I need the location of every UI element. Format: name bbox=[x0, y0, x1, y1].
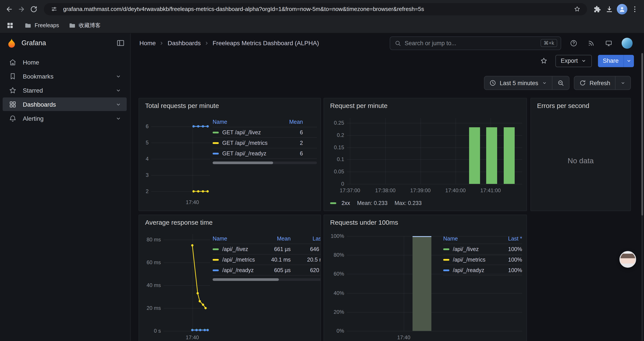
bookmark-folder-blogs[interactable]: 收藏博客 bbox=[66, 21, 103, 31]
x-axis-tick: 17:40:00 bbox=[438, 187, 473, 194]
grafana-sidebar: Grafana HomeBookmarksStarredDashboardsAl… bbox=[0, 33, 131, 341]
screen: grafana.mathmast.com/d/deytv4rwavabkb/fr… bbox=[0, 0, 644, 341]
chevron-down-icon[interactable] bbox=[115, 87, 122, 93]
url-text[interactable]: grafana.mathmast.com/d/deytv4rwavabkb/fr… bbox=[63, 6, 568, 12]
dashboard-actions-row: Export Share bbox=[131, 53, 644, 69]
bookmark-star-icon[interactable] bbox=[572, 4, 582, 14]
chart-bar bbox=[412, 236, 432, 331]
chart-plot-area[interactable] bbox=[151, 122, 210, 196]
apps-icon bbox=[9, 100, 18, 108]
legend-stat: Mean: 0.233 bbox=[357, 200, 388, 206]
legend-column-header[interactable]: Name bbox=[443, 235, 492, 242]
sidebar-item-alerting[interactable]: Alerting bbox=[3, 112, 127, 125]
y-axis-tick: 4 bbox=[138, 156, 148, 162]
floating-profile-avatar[interactable] bbox=[620, 251, 636, 268]
legend-scrollbar-thumb[interactable] bbox=[212, 278, 279, 281]
apps-grid-icon[interactable] bbox=[6, 22, 14, 30]
x-axis-tick: 17:40 bbox=[175, 199, 210, 205]
x-axis-tick: 17:38:00 bbox=[368, 187, 403, 194]
x-axis-tick: 17:40 bbox=[386, 334, 421, 340]
downloads-icon[interactable] bbox=[604, 4, 614, 14]
legend-column-header[interactable]: Name bbox=[212, 119, 274, 125]
panel-title[interactable]: Requests under 100ms bbox=[330, 219, 398, 226]
sidebar-item-home[interactable]: Home bbox=[3, 55, 127, 69]
share-menu-caret[interactable] bbox=[624, 55, 634, 67]
chevron-down-icon bbox=[542, 80, 547, 86]
panel-title[interactable]: Total requests per minute bbox=[145, 102, 219, 109]
browser-profile-avatar[interactable] bbox=[617, 4, 627, 14]
export-button[interactable]: Export bbox=[556, 55, 592, 67]
url-bar[interactable]: grafana.mathmast.com/d/deytv4rwavabkb/fr… bbox=[44, 3, 587, 15]
legend-row[interactable]: /api/_/metrics100% bbox=[443, 254, 522, 265]
sidebar-collapse-icon[interactable] bbox=[116, 39, 125, 47]
legend-scrollbar[interactable] bbox=[212, 162, 317, 164]
refresh-button[interactable]: Refresh bbox=[574, 76, 615, 90]
x-axis-tick: 17:37:00 bbox=[332, 187, 367, 194]
bookmarks-bar: Freeleaps 收藏博客 bbox=[0, 18, 644, 33]
chart-series bbox=[151, 122, 210, 196]
legend-column-header[interactable]: Mean bbox=[264, 235, 291, 242]
legend-row[interactable]: GET /api/_/metrics2 bbox=[212, 138, 317, 148]
legend-row[interactable]: GET /api/_/readyz6 bbox=[212, 148, 317, 159]
chart-plot-area[interactable] bbox=[164, 234, 210, 331]
breadcrumb-item[interactable]: Home bbox=[140, 40, 156, 47]
bookmark-folder-freeleaps[interactable]: Freeleaps bbox=[22, 21, 62, 30]
sidebar-item-dashboards[interactable]: Dashboards bbox=[3, 97, 127, 111]
extensions-icon[interactable] bbox=[592, 4, 602, 14]
chevron-down-icon[interactable] bbox=[115, 73, 122, 79]
grafana-logo[interactable] bbox=[6, 38, 17, 49]
back-icon[interactable] bbox=[4, 4, 14, 14]
chart-series bbox=[164, 234, 210, 331]
panel-title[interactable]: Average response time bbox=[145, 219, 212, 226]
y-axis-tick: 20% bbox=[324, 309, 344, 315]
chevron-down-icon[interactable] bbox=[115, 101, 122, 107]
forward-icon[interactable] bbox=[17, 4, 26, 14]
series-color-dash bbox=[443, 269, 449, 271]
legend-row[interactable]: GET /api/_/livez6 bbox=[212, 127, 317, 138]
favorite-star-icon[interactable] bbox=[539, 56, 549, 66]
time-range-picker[interactable]: Last 5 minutes bbox=[484, 76, 552, 90]
panel-title[interactable]: Request per minute bbox=[330, 102, 388, 109]
series-color-dash bbox=[330, 202, 336, 204]
page-scrollbar-thumb[interactable] bbox=[641, 53, 643, 215]
chart-plot-area[interactable] bbox=[347, 118, 522, 184]
breadcrumb-item[interactable]: Dashboards bbox=[168, 40, 201, 47]
brand-title: Grafana bbox=[22, 39, 112, 47]
legend-scrollbar[interactable] bbox=[212, 278, 321, 281]
folder-icon bbox=[68, 22, 76, 29]
news-rss-icon[interactable] bbox=[586, 39, 595, 47]
legend-column-header[interactable]: Mean bbox=[274, 119, 303, 125]
legend-column-header[interactable]: Last * bbox=[291, 235, 321, 242]
legend-series-name[interactable]: 2xx bbox=[342, 200, 350, 206]
legend-column-header[interactable]: Name bbox=[212, 235, 264, 242]
series-color-dash bbox=[212, 153, 219, 154]
breadcrumb-item: Freeleaps Metrics Dashboard (ALPHA) bbox=[212, 40, 319, 47]
legend-row[interactable]: /api/_/livez100% bbox=[443, 244, 522, 254]
legend-scrollbar-thumb[interactable] bbox=[212, 162, 273, 164]
reload-icon[interactable] bbox=[29, 4, 38, 14]
sidebar-item-starred[interactable]: Starred bbox=[3, 83, 127, 97]
legend-row[interactable]: /api/_/livez661 µs646 µs bbox=[212, 244, 321, 254]
sidebar-item-bookmarks[interactable]: Bookmarks bbox=[3, 69, 127, 83]
site-settings-icon[interactable] bbox=[49, 4, 59, 14]
chevron-down-icon[interactable] bbox=[115, 115, 122, 121]
legend-row[interactable]: /api/_/readyz100% bbox=[443, 265, 522, 276]
chevron-right-icon bbox=[204, 40, 210, 46]
legend-row[interactable]: /api/_/readyz605 µs620 µs bbox=[212, 265, 321, 276]
search-input[interactable]: Search or jump to... ⌘+k bbox=[390, 36, 561, 50]
y-axis-tick: 5 bbox=[138, 140, 148, 146]
panel-title[interactable]: Errors per second bbox=[537, 102, 589, 109]
legend-row[interactable]: /api/_/metrics40.1 ms20.5 ms bbox=[212, 254, 321, 265]
legend-column-header[interactable]: Last * bbox=[492, 235, 522, 242]
panel-average-response-time: Average response time NameMeanLast */api… bbox=[138, 215, 321, 341]
browser-menu-icon[interactable] bbox=[630, 4, 640, 14]
y-axis-tick: 0.25 bbox=[324, 120, 344, 126]
chevron-down-icon bbox=[620, 80, 626, 86]
monitor-icon[interactable] bbox=[604, 39, 613, 47]
help-icon[interactable] bbox=[569, 39, 578, 47]
user-avatar[interactable] bbox=[622, 38, 632, 49]
y-axis-tick: 0.1 bbox=[324, 156, 344, 163]
refresh-interval-caret[interactable] bbox=[615, 76, 630, 90]
share-button[interactable]: Share bbox=[598, 55, 624, 67]
zoom-out-button[interactable] bbox=[552, 76, 569, 90]
